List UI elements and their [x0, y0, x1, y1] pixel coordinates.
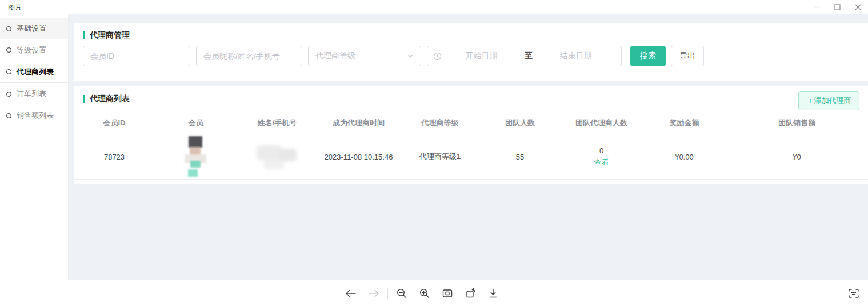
sidebar-item-label: 等级设置	[17, 45, 46, 55]
search-button-label: 搜索	[640, 51, 656, 61]
rotate-icon[interactable]	[463, 287, 477, 300]
team-agent-count-value: 0	[599, 146, 603, 155]
col-header-member-id: 会员ID	[74, 118, 154, 128]
table-panel-title: 代理商列表	[83, 94, 130, 104]
cell-reward-amount: ¥0.00	[643, 134, 726, 179]
end-date-placeholder[interactable]: 结束日期	[536, 51, 615, 61]
chevron-down-icon	[407, 53, 414, 59]
clock-icon	[433, 52, 442, 61]
agent-management-panel: 代理商管理 代理商等级 开始日期 至 结束日期 搜索 导出	[74, 23, 868, 81]
cell-team-agent-count: 0 查看	[560, 134, 643, 179]
blurred-name	[257, 143, 298, 170]
add-agent-button[interactable]: ＋添加代理商	[798, 91, 859, 110]
col-header-agent-level: 代理商等级	[400, 118, 480, 128]
cell-member-id: 78723	[74, 134, 154, 179]
col-header-member: 会员	[154, 118, 237, 128]
cell-become-time: 2023-11-08 10:15:46	[317, 134, 400, 179]
export-button[interactable]: 导出	[671, 46, 704, 66]
panel-title: 代理商管理	[83, 30, 130, 41]
blurred-avatar	[185, 136, 207, 177]
radio-circle-icon	[6, 113, 11, 118]
cell-agent-level: 代理商等级1	[400, 134, 480, 179]
agent-level-select-placeholder: 代理商等级	[315, 51, 407, 61]
start-date-placeholder[interactable]: 开始日期	[442, 51, 521, 61]
cell-member-avatar	[154, 134, 237, 179]
date-range-picker[interactable]: 开始日期 至 结束日期	[427, 46, 622, 66]
view-link[interactable]: 查看	[594, 157, 609, 168]
add-agent-button-label: ＋添加代理商	[807, 96, 851, 106]
panel-title-text: 代理商管理	[90, 30, 130, 41]
back-arrow-icon[interactable]	[344, 287, 358, 300]
minimize-icon[interactable]	[806, 0, 827, 14]
col-header-become-time: 成为代理商时间	[317, 118, 400, 128]
table-header-row: 会员ID 会员 姓名/手机号 成为代理商时间 代理商等级 团队人数 团队代理商人…	[74, 112, 868, 134]
member-id-value: 78723	[104, 153, 125, 161]
sidebar-item-label: 销售额列表	[17, 110, 54, 121]
text-recognition-icon[interactable]	[846, 286, 861, 301]
sidebar-item-order-list[interactable]: 订单列表	[0, 83, 68, 105]
zoom-in-icon[interactable]	[418, 287, 431, 300]
col-header-name-phone: 姓名/手机号	[237, 118, 317, 128]
date-separator: 至	[521, 51, 536, 61]
forward-arrow-icon[interactable]	[367, 287, 381, 300]
col-header-team-sales: 团队销售额	[726, 118, 868, 128]
sidebar: 基础设置 等级设置 代理商列表 订单列表 销售额列表	[0, 14, 69, 280]
radio-circle-icon	[6, 92, 11, 97]
col-header-team-agent-count: 团队代理商人数	[560, 118, 643, 128]
cell-team-count: 55	[480, 134, 560, 179]
sidebar-item-label: 代理商列表	[17, 67, 54, 77]
sidebar-item-sales-list[interactable]: 销售额列表	[0, 105, 68, 126]
sidebar-item-basic-settings[interactable]: 基础设置	[0, 18, 68, 39]
window-title: 图片	[8, 3, 22, 13]
photo-viewer-toolbar	[0, 280, 868, 306]
agent-level-value: 代理商等级1	[419, 152, 461, 162]
title-accent-bar	[83, 95, 85, 103]
table-panel-title-text: 代理商列表	[90, 94, 130, 104]
sidebar-item-agent-list[interactable]: 代理商列表	[0, 61, 68, 83]
export-button-label: 导出	[679, 51, 695, 61]
sidebar-item-label: 订单列表	[17, 89, 46, 99]
table-row: 78723 2023-11-08 10:15:46 代理商等级1 55	[74, 134, 868, 180]
titlebar: 图片	[0, 0, 868, 14]
member-id-input[interactable]	[83, 46, 190, 66]
member-name-input[interactable]	[196, 46, 302, 66]
col-header-team-count: 团队人数	[480, 118, 560, 128]
close-icon[interactable]	[847, 0, 868, 14]
cell-team-sales: ¥0	[726, 134, 868, 179]
actual-size-icon[interactable]	[441, 287, 454, 300]
radio-circle-icon	[6, 69, 11, 74]
cell-name-phone	[237, 134, 317, 179]
col-header-reward-amount: 奖励金额	[643, 118, 726, 128]
sidebar-item-level-settings[interactable]: 等级设置	[0, 39, 68, 61]
become-time-value: 2023-11-08 10:15:46	[325, 153, 393, 161]
radio-circle-icon	[6, 26, 11, 31]
zoom-out-icon[interactable]	[395, 287, 409, 300]
sidebar-item-label: 基础设置	[17, 23, 46, 34]
maximize-icon[interactable]	[827, 0, 847, 14]
save-download-icon[interactable]	[486, 287, 500, 300]
team-count-value: 55	[516, 153, 524, 161]
reward-amount-value: ¥0.00	[675, 153, 694, 161]
search-button[interactable]: 搜索	[630, 46, 666, 66]
window-controls	[806, 0, 868, 14]
toolbar-divider	[387, 288, 388, 299]
sidebar-menu: 基础设置 等级设置 代理商列表 订单列表 销售额列表	[0, 18, 68, 126]
main-content: 代理商管理 代理商等级 开始日期 至 结束日期 搜索 导出	[69, 14, 868, 280]
title-accent-bar	[83, 31, 85, 39]
toolbar-icon-group	[344, 280, 509, 306]
agent-list-panel: 代理商列表 ＋添加代理商 会员ID 会员 姓名/手机号 成为代理商时间 代理商等…	[74, 86, 868, 184]
agent-level-select[interactable]: 代理商等级	[308, 46, 421, 66]
radio-circle-icon	[6, 47, 11, 53]
team-sales-value: ¥0	[793, 153, 801, 161]
